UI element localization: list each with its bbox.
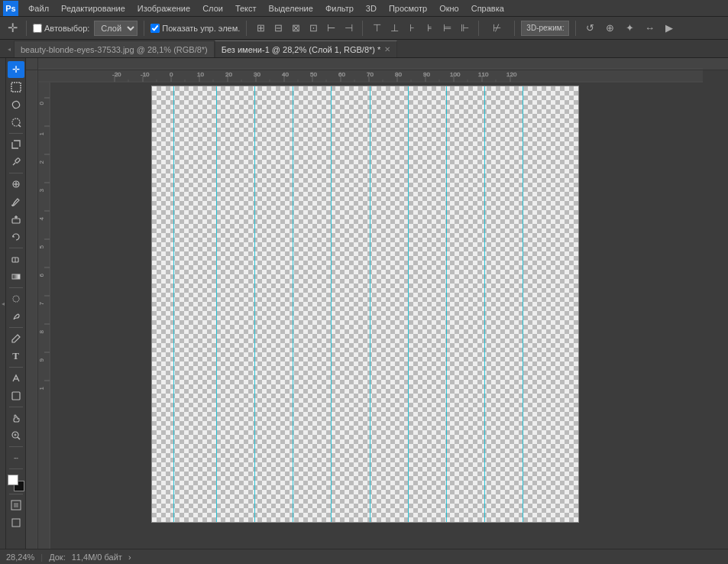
- tool-brush[interactable]: [8, 193, 24, 210]
- camera-3d-icon[interactable]: ✦: [622, 21, 637, 36]
- menu-image[interactable]: Изображение: [132, 2, 196, 15]
- canvas-viewport[interactable]: -20 -10 0 10 20 30 40 50 60 70 80 90 100…: [38, 70, 728, 549]
- tool-pen[interactable]: [8, 330, 24, 347]
- svg-text:8: 8: [38, 329, 45, 333]
- svg-rect-20: [14, 503, 18, 507]
- align-middle-h-icon[interactable]: ⊢: [323, 21, 338, 36]
- guide-v-8: [446, 86, 447, 522]
- menu-edit[interactable]: Редактирование: [56, 2, 131, 15]
- menu-filter[interactable]: Фильтр: [320, 2, 359, 15]
- options-sep-6: [514, 21, 515, 36]
- status-arrow[interactable]: ›: [128, 553, 131, 562]
- svg-text:3: 3: [38, 188, 45, 192]
- menu-view[interactable]: Просмотр: [383, 2, 432, 15]
- spacing-icon[interactable]: ⊬: [485, 21, 508, 36]
- tab-2-close[interactable]: ✕: [384, 45, 390, 53]
- menu-layers[interactable]: Слои: [197, 2, 228, 15]
- align-bottom-icon[interactable]: ⊣: [341, 21, 356, 36]
- tab-1[interactable]: beauty-blonde-eyes-37533.jpg @ 28,1% (RG…: [14, 41, 215, 57]
- tool-hand[interactable]: [8, 410, 24, 426]
- tool-screen-mode[interactable]: [8, 514, 24, 531]
- tool-history[interactable]: [8, 229, 24, 245]
- tool-path-select[interactable]: [8, 370, 24, 387]
- tool-quick-mask[interactable]: [8, 497, 24, 514]
- svg-text:1: 1: [38, 386, 45, 390]
- svg-rect-8: [12, 219, 20, 223]
- dist-top-icon[interactable]: ⊧: [422, 21, 437, 36]
- 3d-mode-label: 3D-режим:: [521, 21, 569, 36]
- color-swatches[interactable]: [8, 475, 24, 491]
- guide-v-4: [293, 86, 293, 522]
- move-tool-icon[interactable]: ✛: [5, 21, 20, 36]
- svg-line-4: [13, 163, 15, 165]
- tool-crop[interactable]: [8, 136, 24, 153]
- options-sep-4: [362, 21, 363, 36]
- tabs-left-arrow[interactable]: ◂: [6, 41, 12, 57]
- menu-file[interactable]: Файл: [23, 2, 54, 15]
- tool-eraser[interactable]: [8, 251, 24, 267]
- tool-extras[interactable]: ···: [8, 449, 24, 466]
- menu-window[interactable]: Окно: [434, 2, 464, 15]
- tool-stamp[interactable]: [8, 211, 24, 228]
- tab-2[interactable]: Без имени-1 @ 28,2% (Слой 1, RGB/8*) * ✕: [215, 41, 398, 57]
- show-transform-checkbox[interactable]: [150, 24, 160, 33]
- tool-eyedropper[interactable]: [8, 154, 24, 170]
- menu-help[interactable]: Справка: [466, 2, 510, 15]
- menu-bar: Ps Файл Редактирование Изображение Слои …: [0, 0, 728, 17]
- guide-v-1: [173, 86, 174, 522]
- rotate-3d-icon[interactable]: ↺: [582, 21, 597, 36]
- dist-middle-h-icon[interactable]: ⊨: [439, 21, 455, 36]
- auto-select-checkbox[interactable]: [33, 24, 42, 33]
- svg-line-16: [18, 437, 20, 439]
- tool-zoom[interactable]: [8, 427, 24, 444]
- tool-move[interactable]: ✛: [8, 61, 24, 78]
- transform-3d-icon[interactable]: ⊕: [602, 21, 617, 36]
- auto-select-label: Автовыбор:: [33, 24, 89, 33]
- svg-rect-70: [38, 83, 50, 549]
- material-3d-icon[interactable]: ▶: [662, 21, 677, 36]
- auto-select-dropdown[interactable]: Слой: [94, 21, 138, 36]
- light-3d-icon[interactable]: ↔: [642, 21, 657, 36]
- main-layout: ◂ ✛: [0, 58, 728, 549]
- svg-text:9: 9: [38, 358, 45, 361]
- tool-quick-select[interactable]: [8, 114, 24, 131]
- svg-text:2: 2: [38, 160, 45, 164]
- align-left-icon[interactable]: ⊞: [253, 21, 268, 36]
- guide-v-6: [370, 86, 370, 522]
- svg-text:-10: -10: [141, 71, 150, 78]
- tool-text[interactable]: T: [8, 348, 24, 365]
- menu-select[interactable]: Выделение: [264, 2, 319, 15]
- svg-text:100: 100: [450, 71, 461, 78]
- tool-shape[interactable]: [8, 387, 24, 404]
- align-top-icon[interactable]: ⊡: [306, 21, 321, 36]
- tool-heal[interactable]: [8, 176, 24, 193]
- tool-sep-4: [9, 287, 23, 288]
- tool-blur[interactable]: [8, 290, 24, 307]
- tool-select-rect[interactable]: [8, 79, 24, 96]
- align-center-v-icon[interactable]: ⊟: [270, 21, 286, 36]
- show-transform-label: Показать упр. элем.: [150, 24, 240, 33]
- svg-text:70: 70: [367, 71, 374, 78]
- left-collapse-strip[interactable]: ◂: [0, 58, 6, 549]
- svg-text:120: 120: [506, 71, 517, 78]
- svg-text:90: 90: [423, 71, 430, 78]
- foreground-color-swatch[interactable]: [8, 475, 18, 485]
- tool-sep-5: [9, 327, 23, 328]
- tool-gradient[interactable]: [8, 268, 24, 285]
- dist-center-v-icon[interactable]: ⊥: [387, 21, 402, 36]
- tool-lasso[interactable]: [8, 96, 24, 113]
- svg-text:7: 7: [38, 301, 45, 305]
- toolbar: ✛: [6, 58, 26, 549]
- tool-dodge[interactable]: [8, 308, 24, 325]
- menu-3d[interactable]: 3D: [361, 2, 382, 15]
- svg-rect-14: [12, 392, 20, 400]
- menu-text[interactable]: Текст: [230, 2, 262, 15]
- align-right-icon[interactable]: ⊠: [288, 21, 303, 36]
- dist-right-icon[interactable]: ⊦: [404, 21, 419, 36]
- document-canvas[interactable]: [151, 86, 579, 523]
- svg-rect-0: [11, 83, 21, 92]
- dist-bottom-icon[interactable]: ⊩: [457, 21, 472, 36]
- dist-left-icon[interactable]: ⊤: [369, 21, 384, 36]
- ruler-h-svg: [38, 58, 703, 70]
- options-sep-1: [26, 21, 27, 36]
